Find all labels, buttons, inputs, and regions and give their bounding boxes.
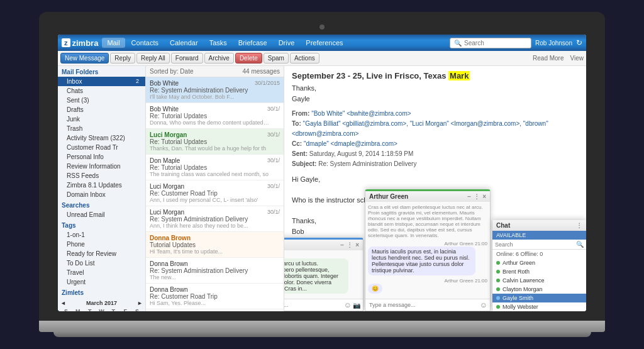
email-item-2[interactable]: Luci Morgan 30/1/ Re: Tutorial Updates T… xyxy=(146,129,284,155)
main-content: Mail Folders Inbox 2 Chats Sent (3) Draf… xyxy=(58,66,586,311)
contact-item-5[interactable]: Molly Webster xyxy=(492,302,586,311)
actions-button[interactable]: Actions xyxy=(290,53,319,64)
sidebar-item-ready[interactable]: Ready for Review xyxy=(58,249,145,258)
email-highlight: Mark xyxy=(448,71,470,80)
email-item-1[interactable]: Bob White 30/1/ Re: Tutorial Updates Don… xyxy=(146,103,284,129)
contact-item-0[interactable]: Arthur Green xyxy=(492,258,586,267)
search-input[interactable] xyxy=(464,40,527,47)
chat-header-brent[interactable]: Brent Ruth − ⋮ × xyxy=(284,240,363,250)
sidebar-item-personal[interactable]: Personal Info xyxy=(58,152,145,162)
new-message-button[interactable]: New Message xyxy=(60,53,109,64)
sidebar-item-phone[interactable]: Phone xyxy=(58,240,145,249)
read-more-button[interactable]: Read More xyxy=(533,55,564,62)
cal-prev[interactable]: ◄ xyxy=(60,300,66,306)
contact-item-4[interactable]: Gayle Smith xyxy=(492,294,586,302)
calendar-grid: S M T W T F S 1 xyxy=(60,307,143,311)
contacts-options-icon[interactable]: ⋮ xyxy=(576,222,582,229)
sidebar-item-drafts[interactable]: Drafts xyxy=(58,105,145,114)
contact-item-3[interactable]: Clayton Morgan xyxy=(492,285,586,294)
zimbra-ui: z zimbra Mail Contacts Calendar Tasks Br… xyxy=(58,35,586,311)
chat-options-icon-2[interactable]: ⋮ xyxy=(474,193,480,200)
chat-input-brent[interactable] xyxy=(284,301,343,309)
contact-item-1[interactable]: Brent Roth xyxy=(492,267,586,276)
refresh-icon[interactable]: ↻ xyxy=(576,38,582,47)
nav-drive[interactable]: Drive xyxy=(274,38,300,48)
spam-button[interactable]: Spam xyxy=(264,53,289,64)
email-item-5[interactable]: Luci Morgan 30/1/ Re: System Administrat… xyxy=(146,206,284,232)
sidebar-item-review[interactable]: Review Information xyxy=(58,162,145,171)
sender-7: Donna Brown xyxy=(150,260,188,267)
laptop-bottom xyxy=(53,332,591,337)
reply-all-button[interactable]: Reply All xyxy=(136,53,170,64)
sidebar-item-unread[interactable]: Unread Email xyxy=(58,210,145,219)
subject-2: Re: Tutorial Updates xyxy=(150,138,280,145)
contact-dot-5 xyxy=(496,305,500,309)
sidebar-item-rss[interactable]: RSS Feeds xyxy=(58,171,145,180)
sidebar-item-urgent[interactable]: Urgent xyxy=(58,277,145,287)
chat-window-brent: Brent Ruth − ⋮ × Me 21:03 xyxy=(284,238,364,311)
contacts-header: Chat ⋮ xyxy=(492,220,586,231)
top-bar-right: 🔍 Rob Johnson ↻ xyxy=(450,38,582,48)
email-item-3[interactable]: Don Maple 30/1/ Re: Tutorial Updates The… xyxy=(146,155,284,180)
sidebar-item-chats[interactable]: Chats xyxy=(58,86,145,96)
reply-button[interactable]: Reply xyxy=(110,53,135,64)
preview-0: I'll take May and October. Bob F... xyxy=(150,94,269,100)
sidebar-item-1on1[interactable]: 1-on-1 xyxy=(58,230,145,240)
contacts-search-input[interactable] xyxy=(495,241,576,248)
email-item-8[interactable]: Donna Brown Re: Customer Road Trip Hi Sa… xyxy=(146,284,284,309)
email-item-7[interactable]: Donna Brown Re: System Administration De… xyxy=(146,258,284,284)
cal-next[interactable]: ► xyxy=(137,300,143,306)
sender-8: Donna Brown xyxy=(150,286,188,293)
sidebar-item-zimbra[interactable]: Zimbra 8.1 Updates xyxy=(58,180,145,190)
sender-3: Don Maple xyxy=(150,157,180,164)
sidebar-item-junk[interactable]: Junk xyxy=(58,114,145,124)
view-button[interactable]: View xyxy=(570,55,584,62)
chat-close-icon[interactable]: × xyxy=(355,241,359,248)
contact-name-0: Arthur Green xyxy=(502,260,535,266)
sidebar-item-activity[interactable]: Activity Stream (322) xyxy=(58,133,145,143)
nav-contacts[interactable]: Contacts xyxy=(126,38,164,48)
archive-button[interactable]: Archive xyxy=(204,53,234,64)
chat-options-icon[interactable]: ⋮ xyxy=(347,241,353,248)
nav-preferences[interactable]: Preferences xyxy=(301,38,348,48)
cal-dh-t: T xyxy=(84,307,96,311)
chat-input-arthur[interactable] xyxy=(368,301,479,309)
nav-calendar[interactable]: Calendar xyxy=(165,38,203,48)
sidebar-item-domain[interactable]: Domain Inbox xyxy=(58,190,145,199)
chat-minimize-icon[interactable]: − xyxy=(340,241,344,248)
sidebar-item-sent[interactable]: Sent (3) xyxy=(58,96,145,105)
email-item-6[interactable]: Donna Brown Tutorial Updates Hi Team, It… xyxy=(146,232,284,258)
contact-item-2[interactable]: Calvin Lawrence xyxy=(492,276,586,285)
sidebar-item-inbox[interactable]: Inbox 2 xyxy=(58,77,145,86)
sender-0: Bob White xyxy=(150,80,179,87)
sidebar-item-customer[interactable]: Customer Road Tr xyxy=(58,143,145,152)
email-item-4[interactable]: Luci Morgan 30/1/ Re: Customer Road Trip… xyxy=(146,180,284,206)
contacts-search-bar: 🔍 xyxy=(492,240,586,250)
chat-msg-arthur-1: Arthur Green 21:00 Mauris iaculis purus … xyxy=(368,241,487,275)
chat-msg-bubble-0: Fusce varius a arcu ut luctus. Vestibulu… xyxy=(284,258,348,294)
chat-send-icon[interactable]: 📷 xyxy=(353,302,360,309)
search-icon: 🔍 xyxy=(454,40,462,47)
cal-title: March 2017 xyxy=(86,300,117,306)
email-item-0[interactable]: Bob White 30/1/2015 Re: System Administr… xyxy=(146,77,284,103)
chat-msg-meta-arthur-1: Arthur Green 21:00 xyxy=(368,241,487,247)
chat-header-arthur[interactable]: Arthur Green − ⋮ × xyxy=(365,191,490,202)
laptop-base xyxy=(39,321,605,332)
chat-emoji-arthur[interactable]: ☺ xyxy=(480,301,487,309)
nav-mail[interactable]: Mail xyxy=(102,38,125,48)
chat-msg-meta-arthur-2: Arthur Green 21:00 xyxy=(368,278,487,284)
forward-button[interactable]: Forward xyxy=(171,53,203,64)
sidebar-item-trash[interactable]: Trash xyxy=(58,124,145,133)
sidebar-item-travel[interactable]: Travel xyxy=(58,268,145,277)
chat-emoji-brent[interactable]: ☺ xyxy=(344,301,352,309)
chat-close-icon-2[interactable]: × xyxy=(482,193,486,200)
chat-minimize-icon-2[interactable]: − xyxy=(467,193,471,200)
nav-tasks[interactable]: Tasks xyxy=(204,38,232,48)
nav-briefcase[interactable]: Briefcase xyxy=(233,38,272,48)
screen-bezel: z zimbra Mail Contacts Calendar Tasks Br… xyxy=(39,12,605,321)
email-sender-row: Luci Morgan 30/1/ xyxy=(150,131,280,138)
sidebar-item-todo[interactable]: To Do List xyxy=(58,258,145,268)
chat-msg-arthur-0: Cras a elit vel diam pellentesque luctus… xyxy=(368,204,487,238)
email-item-9[interactable]: Sam Sample Re: Customer Road Trip Corp t… xyxy=(146,309,284,311)
delete-button[interactable]: Delete xyxy=(235,53,262,64)
